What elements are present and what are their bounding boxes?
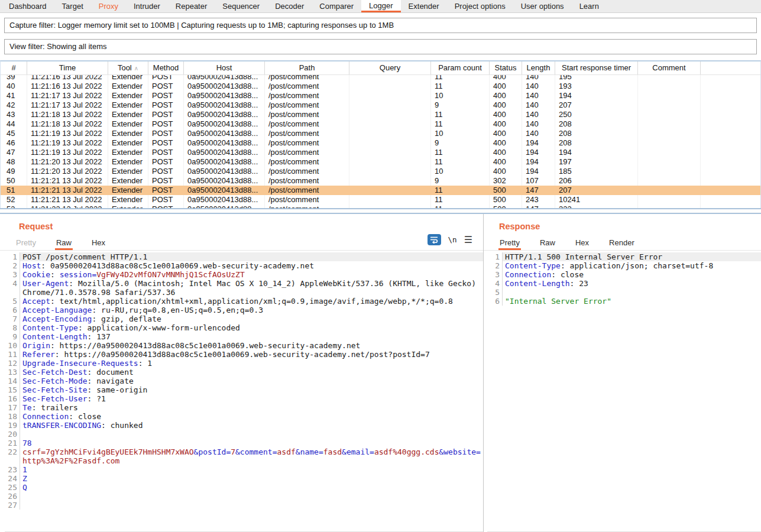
log-row-40[interactable]: 4011:21:16 13 Jul 2022ExtenderPOST0a9500…	[1, 82, 760, 91]
log-row-42[interactable]: 4211:21:17 13 Jul 2022ExtenderPOST0a9500…	[1, 100, 760, 110]
capture-filter-bar[interactable]: Capture filter: Logger memory limit set …	[4, 18, 757, 33]
menu-tab-project-options[interactable]: Project options	[447, 0, 513, 12]
request-tab-pretty[interactable]: Pretty	[15, 238, 37, 250]
line-number: 22	[5, 447, 20, 465]
line-number: 1	[487, 252, 503, 261]
column-header-method[interactable]: Method	[148, 61, 184, 74]
request-tab-hex[interactable]: Hex	[90, 238, 106, 250]
cell-status: 400	[490, 82, 522, 91]
line-number: 4	[487, 279, 503, 288]
cell-timer: 194	[555, 91, 638, 100]
menu-tab-decoder[interactable]: Decoder	[267, 0, 312, 12]
code-line: 22csrf=7gYzhMCiFvi4gBEyUEEk7HmHSHM7xWAO&…	[5, 447, 483, 465]
code-line: 16Sec-Fetch-User: ?1	[5, 394, 483, 403]
cell-time: 11:21:17 13 Jul 2022	[27, 100, 108, 110]
menu-tab-repeater[interactable]: Repeater	[168, 0, 215, 12]
log-row-53[interactable]: 5311:21:22 13 Jul 2022ExtenderPOST0a9500…	[1, 205, 760, 208]
line-number: 21	[5, 439, 20, 447]
cell-time: 11:21:19 13 Jul 2022	[27, 138, 108, 148]
hamburger-menu-icon[interactable]: ☰	[464, 235, 472, 245]
cell-tool: Extender	[108, 74, 148, 82]
cell-status: 400	[490, 100, 522, 110]
cell-timer: 195	[555, 74, 638, 82]
response-tab-raw[interactable]: Raw	[539, 238, 556, 250]
cell-timer: 206	[555, 176, 638, 186]
cell-param-count: 11	[431, 82, 490, 91]
response-tab-pretty[interactable]: Pretty	[498, 238, 521, 250]
menu-tab-user-options[interactable]: User options	[513, 0, 572, 12]
line-number: 12	[5, 359, 20, 368]
log-row-46[interactable]: 4611:21:19 13 Jul 2022ExtenderPOST0a9500…	[1, 138, 760, 148]
cell-num: 43	[1, 110, 27, 119]
response-tab-render[interactable]: Render	[608, 238, 636, 250]
cell-host: 0a9500020413d88...	[184, 119, 265, 129]
log-row-44[interactable]: 4411:21:18 13 Jul 2022ExtenderPOST0a9500…	[1, 119, 760, 129]
log-row-43[interactable]: 4311:21:18 13 Jul 2022ExtenderPOST0a9500…	[1, 110, 760, 119]
view-filter-bar[interactable]: View filter: Showing all items	[4, 39, 757, 54]
cell-query	[349, 100, 431, 110]
cell-length: 147	[522, 205, 555, 208]
log-row-49[interactable]: 4911:21:20 13 Jul 2022ExtenderPOST0a9500…	[1, 167, 760, 176]
logger-table-body[interactable]: 3911:21:16 13 Jul 2022ExtenderPOST0a9500…	[1, 74, 760, 208]
cell-path: /post/comment	[265, 100, 349, 110]
menu-tab-proxy[interactable]: Proxy	[91, 0, 126, 12]
log-row-47[interactable]: 4711:21:19 13 Jul 2022ExtenderPOST0a9500…	[1, 148, 760, 157]
line-number: 25	[5, 483, 20, 492]
line-number: 18	[5, 412, 20, 421]
cell-param-count: 9	[431, 138, 490, 148]
newline-toggle[interactable]: \n	[448, 235, 457, 244]
horizontal-splitter[interactable]	[0, 208, 761, 214]
column-header-[interactable]: #	[1, 61, 27, 74]
menu-tab-comparer[interactable]: Comparer	[312, 0, 361, 12]
menu-tab-intruder[interactable]: Intruder	[126, 0, 168, 12]
cell-length: 140	[522, 91, 555, 100]
word-wrap-toggle-icon[interactable]	[428, 234, 441, 245]
cell-host: 0a9500020413d88...	[184, 82, 265, 91]
request-editor[interactable]: 1POST /post/comment HTTP/1.12Host: 0a950…	[5, 252, 483, 532]
column-header-tool[interactable]: Tool∧	[108, 61, 148, 74]
log-row-50[interactable]: 5011:21:21 13 Jul 2022ExtenderPOST0a9500…	[1, 176, 760, 186]
menu-tab-learn[interactable]: Learn	[572, 0, 607, 12]
menu-tab-extender[interactable]: Extender	[401, 0, 447, 12]
cell-timer: 185	[555, 167, 638, 176]
cell-query	[349, 195, 431, 205]
column-header-param-count[interactable]: Param count	[431, 61, 490, 74]
cell-length: 194	[522, 148, 555, 157]
menu-tab-logger[interactable]: Logger	[361, 0, 400, 12]
response-editor[interactable]: 1HTTP/1.1 500 Internal Server Error2Cont…	[487, 252, 761, 532]
log-row-45[interactable]: 4511:21:19 13 Jul 2022ExtenderPOST0a9500…	[1, 129, 760, 138]
column-header-query[interactable]: Query	[349, 61, 431, 74]
cell-param-count: 11	[431, 119, 490, 129]
column-header-path[interactable]: Path	[265, 61, 349, 74]
column-header-host[interactable]: Host	[184, 61, 265, 74]
cell-query	[349, 110, 431, 119]
column-header-start-response-timer[interactable]: Start response timer	[555, 61, 638, 74]
cell-tool: Extender	[108, 195, 148, 205]
request-tab-raw[interactable]: Raw	[55, 238, 73, 250]
menu-tab-target[interactable]: Target	[54, 0, 91, 12]
cell-tool: Extender	[108, 110, 148, 119]
column-header-status[interactable]: Status	[490, 61, 522, 74]
log-row-48[interactable]: 4811:21:20 13 Jul 2022ExtenderPOST0a9500…	[1, 157, 760, 167]
log-row-52[interactable]: 5211:21:21 13 Jul 2022ExtenderPOST0a9500…	[1, 195, 760, 205]
line-number: 6	[487, 297, 503, 306]
menu-tab-sequencer[interactable]: Sequencer	[215, 0, 267, 12]
log-row-41[interactable]: 4111:21:17 13 Jul 2022ExtenderPOST0a9500…	[1, 91, 760, 100]
column-header-time[interactable]: Time	[27, 61, 108, 74]
cell-param-count: 11	[431, 110, 490, 119]
cell-method: POST	[148, 195, 184, 205]
code-line: 17Te: trailers	[5, 403, 483, 412]
log-row-51[interactable]: 5111:21:21 13 Jul 2022ExtenderPOST0a9500…	[1, 186, 760, 195]
code-line: 15Sec-Fetch-Site: same-origin	[5, 385, 483, 394]
log-row-39[interactable]: 3911:21:16 13 Jul 2022ExtenderPOST0a9500…	[1, 74, 760, 82]
menu-tab-dashboard[interactable]: Dashboard	[1, 0, 54, 12]
cell-num: 51	[1, 186, 27, 195]
cell-length: 140	[522, 82, 555, 91]
response-tab-hex[interactable]: Hex	[574, 238, 590, 250]
cell-comment	[638, 138, 701, 148]
cell-param-count: 11	[431, 186, 490, 195]
cell-query	[349, 148, 431, 157]
column-header-length[interactable]: Length	[522, 61, 555, 74]
cell-query	[349, 119, 431, 129]
column-header-comment[interactable]: Comment	[638, 61, 701, 74]
